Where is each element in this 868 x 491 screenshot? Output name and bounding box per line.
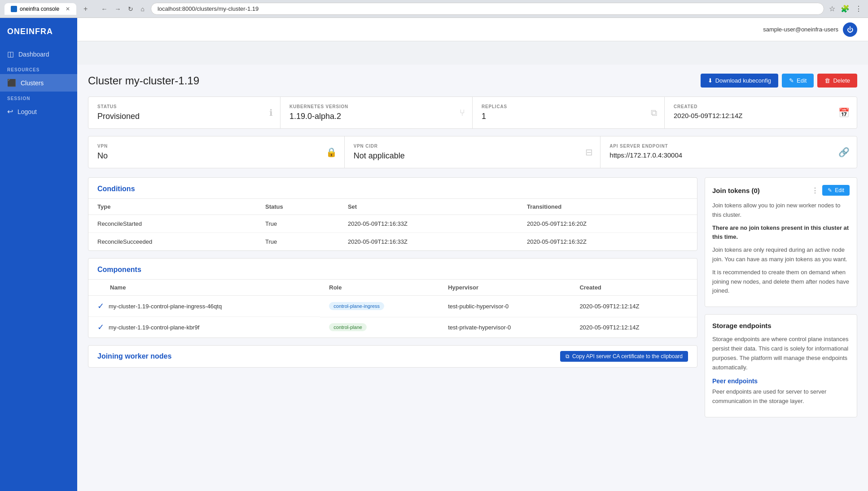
- header-bar: sample-user@oneinfra-users ⏻: [77, 18, 868, 41]
- info-card-replicas-value: 1: [482, 112, 655, 121]
- left-column: Conditions Type Status Set Transitioned: [88, 177, 697, 417]
- info-card-api-endpoint: API SERVER ENDPOINT https://172.17.0.4:3…: [601, 136, 857, 168]
- back-button[interactable]: ←: [98, 4, 110, 14]
- comp-col-created: Created: [570, 280, 697, 296]
- join-tokens-edit-button[interactable]: ✎ Edit: [822, 185, 850, 196]
- info-card-vpn-cidr: VPN CIDR Not applicable ⊟: [345, 136, 601, 168]
- address-bar[interactable]: localhost:8000/clusters/my-cluster-1.19: [151, 3, 824, 15]
- download-icon: ⬇: [708, 77, 713, 84]
- join-tokens-actions: ⋮ ✎ Edit: [811, 185, 850, 196]
- extensions-button[interactable]: 🧩: [839, 3, 851, 14]
- info-card-k8s-label: KUBERNETES VERSION: [289, 104, 463, 109]
- menu-button[interactable]: ⋮: [854, 3, 864, 14]
- info-card-created-label: CREATED: [674, 104, 848, 109]
- joining-worker-nodes-card: Joining worker nodes ⧉ Copy API server C…: [88, 345, 697, 368]
- storage-endpoints-desc: Storage endpoints are where control plan…: [712, 335, 850, 372]
- conditions-card: Conditions Type Status Set Transitioned: [88, 177, 697, 251]
- comp-col-role: Role: [320, 280, 439, 296]
- condition-transitioned: 2020-05-09T12:16:20Z: [518, 215, 697, 233]
- joining-worker-title: Joining worker nodes: [97, 352, 171, 360]
- component-hypervisor: test-private-hypervisor-0: [439, 317, 570, 338]
- info-card-status-value: Provisioned: [97, 112, 271, 121]
- col-transitioned: Transitioned: [518, 199, 697, 215]
- sidebar-section-resources: RESOURCES: [0, 63, 77, 74]
- home-button[interactable]: ⌂: [138, 4, 147, 14]
- info-cards-row1: STATUS Provisioned ℹ KUBERNETES VERSION …: [88, 96, 857, 129]
- right-column: Join tokens (0) ⋮ ✎ Edit Join tokens all…: [705, 177, 857, 417]
- copy-icon-btn: ⧉: [566, 353, 570, 359]
- browser-chrome: oneinfra console ✕ + ← → ↻ ⌂ localhost:8…: [0, 0, 868, 18]
- components-row: ✓ my-cluster-1.19-control-plane-ingress-…: [88, 296, 697, 317]
- title-actions: ⬇ Download kubeconfig ✎ Edit 🗑 Delete: [701, 74, 857, 88]
- info-card-api-value: https://172.17.0.4:30004: [609, 151, 848, 159]
- logout-icon: ↩: [7, 107, 13, 116]
- component-role: control-plane-ingress: [320, 296, 439, 317]
- app-wrapper: ONEINFRA ◫ Dashboard RESOURCES ⬛ Cluster…: [0, 18, 868, 491]
- components-table: Name Role Hypervisor Created ✓ my-cluste…: [88, 280, 697, 338]
- comp-col-hypervisor: Hypervisor: [439, 280, 570, 296]
- info-card-api-label: API SERVER ENDPOINT: [609, 144, 848, 149]
- browser-tab[interactable]: oneinfra console ✕: [4, 3, 76, 15]
- tab-favicon: [11, 6, 17, 12]
- info-card-k8s-value: 1.19.0-alpha.2: [289, 112, 463, 121]
- username-label: sample-user@oneinfra-users: [763, 26, 838, 33]
- new-tab-button[interactable]: +: [80, 3, 91, 15]
- condition-status: True: [256, 215, 339, 233]
- peer-endpoints-title: Peer endpoints: [712, 377, 850, 385]
- info-icon: ℹ: [269, 107, 273, 118]
- join-tokens-title: Join tokens (0): [712, 187, 760, 194]
- condition-type: ReconcileSucceeded: [88, 233, 256, 251]
- col-status: Status: [256, 199, 339, 215]
- address-text: localhost:8000/clusters/my-cluster-1.19: [158, 5, 817, 12]
- edit-button[interactable]: ✎ Edit: [782, 74, 814, 88]
- two-col-layout: Conditions Type Status Set Transitioned: [88, 177, 857, 417]
- sidebar-logout-label: Logout: [18, 108, 37, 115]
- conditions-table: Type Status Set Transitioned ReconcileSt…: [88, 199, 697, 250]
- conditions-row: ReconcileStarted True 2020-05-09T12:16:3…: [88, 215, 697, 233]
- check-icon: ✓: [97, 322, 104, 332]
- bookmark-button[interactable]: ☆: [828, 3, 837, 14]
- sidebar-section-session: SESSION: [0, 92, 77, 103]
- sidebar: ONEINFRA ◫ Dashboard RESOURCES ⬛ Cluster…: [0, 18, 77, 491]
- edit-icon: ✎: [789, 77, 794, 84]
- conditions-row: ReconcileSucceeded True 2020-05-09T12:16…: [88, 233, 697, 251]
- reload-button[interactable]: ↻: [125, 4, 136, 14]
- join-tokens-no-tokens: There are no join tokens present in this…: [712, 224, 850, 242]
- user-avatar[interactable]: ⏻: [843, 22, 857, 37]
- info-card-vpn-cidr-label: VPN CIDR: [354, 144, 592, 149]
- sidebar-clusters-label: Clusters: [21, 79, 44, 87]
- tab-close-button[interactable]: ✕: [66, 6, 70, 12]
- sidebar-item-logout[interactable]: ↩ Logout: [0, 103, 77, 120]
- component-name: ✓ my-cluster-1.19-control-plane-ingress-…: [88, 296, 320, 317]
- join-tokens-menu-button[interactable]: ⋮: [811, 186, 819, 195]
- components-row: ✓ my-cluster-1.19-control-plane-kbr9f co…: [88, 317, 697, 338]
- main-content: Cluster my-cluster-1.19 ⬇ Download kubec…: [77, 65, 868, 491]
- component-name: ✓ my-cluster-1.19-control-plane-kbr9f: [88, 317, 320, 338]
- download-kubeconfig-button[interactable]: ⬇ Download kubeconfig: [701, 74, 778, 88]
- branch-icon: ⑂: [460, 108, 465, 118]
- delete-button[interactable]: 🗑 Delete: [817, 74, 857, 88]
- copy-api-cert-button[interactable]: ⧉ Copy API server CA certificate to the …: [560, 351, 688, 362]
- condition-set: 2020-05-09T12:16:33Z: [339, 215, 518, 233]
- join-tokens-info1: Join tokens are only required during an …: [712, 246, 850, 264]
- info-card-status-label: STATUS: [97, 104, 271, 109]
- nav-controls: ← → ↻ ⌂: [98, 4, 147, 14]
- storage-endpoints-title: Storage endpoints: [712, 322, 772, 329]
- join-tokens-desc: Join tokens allow you to join new worker…: [712, 201, 850, 220]
- sidebar-item-dashboard[interactable]: ◫ Dashboard: [0, 45, 77, 63]
- info-card-replicas-label: REPLICAS: [482, 104, 655, 109]
- sidebar-item-clusters[interactable]: ⬛ Clusters: [0, 74, 77, 92]
- info-card-vpn-value: No: [97, 151, 335, 161]
- edit-icon-small: ✎: [828, 187, 832, 193]
- col-type: Type: [88, 199, 256, 215]
- info-card-k8s-version: KUBERNETES VERSION 1.19.0-alpha.2 ⑂: [281, 97, 473, 128]
- storage-endpoints-card: Storage endpoints Storage endpoints are …: [705, 314, 857, 417]
- components-title: Components: [88, 259, 697, 279]
- info-card-status: STATUS Provisioned ℹ: [88, 97, 281, 128]
- conditions-title: Conditions: [88, 178, 697, 198]
- forward-button[interactable]: →: [112, 4, 123, 14]
- clusters-icon: ⬛: [7, 79, 16, 87]
- dashboard-icon: ◫: [7, 50, 14, 58]
- copy-icon: ⧉: [651, 108, 657, 118]
- info-card-replicas: REPLICAS 1 ⧉: [473, 97, 665, 128]
